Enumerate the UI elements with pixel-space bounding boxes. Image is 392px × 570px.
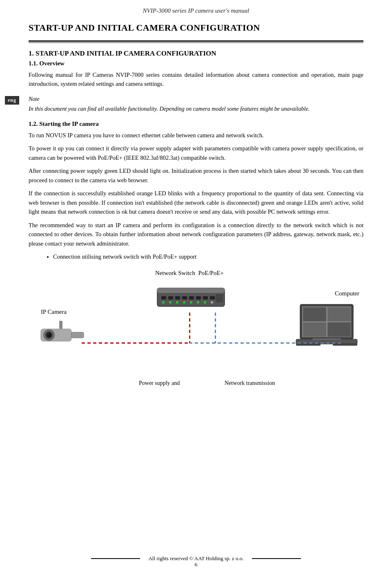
svg-rect-1: [157, 288, 225, 293]
svg-rect-5: [182, 296, 187, 300]
network-switch-label: Network Switch PoE/PoE+: [155, 270, 224, 277]
section1-title: 1. START-UP AND INITIAL IP CAMERA CONFIG…: [29, 49, 363, 58]
note-label: Note: [29, 96, 363, 103]
page-number: 6: [195, 561, 198, 568]
svg-point-16: [204, 301, 206, 304]
computer-label: Computer: [335, 290, 359, 297]
note-text2: Depending on camera model some features …: [159, 106, 310, 112]
page-header: NVIP-3000 series IP camera user's manual: [0, 0, 392, 18]
section2-para5: The recommended way to start an IP camer…: [29, 221, 363, 248]
red-line-vertical: [189, 313, 190, 343]
svg-rect-8: [203, 296, 208, 300]
svg-point-10: [162, 301, 165, 304]
main-title: START-UP AND INITIAL CAMERA CONFIGURATIO…: [29, 22, 363, 33]
footer-line-right: [252, 558, 301, 559]
network-trans-label: Network transmission: [225, 380, 275, 387]
svg-point-12: [176, 301, 178, 304]
svg-rect-31: [327, 322, 351, 337]
red-line-horizontal: [82, 342, 188, 344]
svg-rect-19: [59, 321, 62, 329]
section2-para1: To run NOVUS IP camera you have to conne…: [29, 131, 363, 140]
svg-point-13: [183, 301, 185, 304]
section2-para3: After connecting power supply green LED …: [29, 166, 363, 185]
border-thick: [29, 40, 363, 42]
blue-line-vertical: [215, 313, 216, 343]
svg-point-15: [197, 301, 199, 304]
header-title: NVIP-3000 series IP camera user's manual: [143, 7, 249, 14]
section2-para4: If the connection is successfully establ…: [29, 189, 363, 216]
switch-device: [155, 282, 227, 311]
network-diagram: Network Switch PoE/PoE+ Computer IP Came…: [29, 270, 363, 400]
note-section: eng Note In this document you can find a…: [29, 96, 363, 113]
bullet-list: Connection utilising network switch with…: [53, 252, 363, 261]
svg-point-11: [169, 301, 172, 304]
footer-line-left: [91, 558, 140, 559]
svg-point-14: [190, 301, 192, 304]
svg-rect-25: [71, 332, 84, 338]
laptop-device: [294, 302, 359, 351]
svg-rect-4: [175, 296, 180, 300]
subsection1-title: 1.1. Overview: [29, 60, 363, 67]
svg-rect-6: [189, 296, 194, 300]
svg-rect-3: [168, 296, 173, 300]
content-area: START-UP AND INITIAL CAMERA CONFIGURATIO…: [0, 18, 392, 429]
svg-point-17: [211, 301, 213, 304]
svg-rect-29: [327, 307, 351, 322]
svg-rect-28: [303, 307, 326, 322]
subsection1-body: Following manual for IP Cameras NVIP-700…: [29, 70, 363, 89]
svg-point-23: [47, 333, 51, 337]
section2-para2: To power it up you can connect it direct…: [29, 144, 363, 162]
svg-rect-35: [312, 338, 341, 340]
note-content: Note In this document you can find all a…: [29, 96, 363, 113]
page: NVIP-3000 series IP camera user's manual…: [0, 0, 392, 570]
svg-point-24: [47, 333, 49, 335]
camera-device: [37, 319, 86, 351]
footer-text: All rights reserved © AAT Holding sp. z …: [148, 555, 243, 562]
svg-rect-7: [196, 296, 201, 300]
footer: All rights reserved © AAT Holding sp. z …: [0, 555, 392, 562]
svg-rect-9: [210, 296, 215, 300]
eng-label: eng: [5, 96, 19, 105]
border-thin: [29, 42, 363, 43]
note-text: In this document you can find all availa…: [29, 105, 363, 113]
svg-rect-30: [303, 322, 326, 337]
note-text1: In this document you can find all availa…: [29, 106, 158, 112]
blue-line-horizontal: [189, 342, 342, 344]
power-label: Power supply and: [139, 380, 180, 387]
svg-rect-18: [216, 294, 223, 302]
ip-camera-label: IP Camera: [41, 308, 67, 315]
section2-title: 1.2. Starting the IP camera: [29, 121, 363, 127]
svg-rect-2: [161, 296, 166, 300]
bullet-item1: Connection utilising network switch with…: [53, 252, 363, 261]
